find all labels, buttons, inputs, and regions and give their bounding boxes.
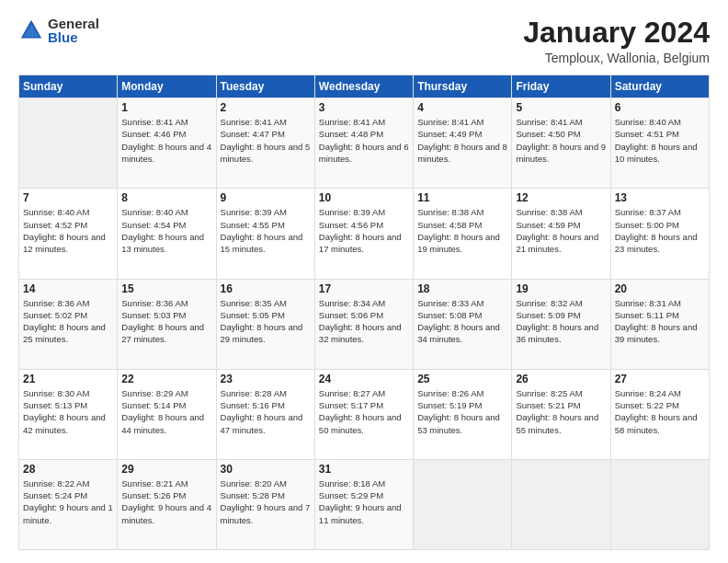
day-cell: 25Sunrise: 8:26 AMSunset: 5:19 PMDayligh… bbox=[414, 369, 512, 459]
day-number: 18 bbox=[417, 282, 507, 295]
day-number: 16 bbox=[221, 282, 311, 295]
day-number: 31 bbox=[319, 463, 409, 476]
header-day-wednesday: Wednesday bbox=[314, 75, 413, 98]
day-number: 19 bbox=[516, 282, 606, 295]
day-info: Sunrise: 8:37 AMSunset: 5:00 PMDaylight:… bbox=[615, 206, 705, 255]
header-row: SundayMondayTuesdayWednesdayThursdayFrid… bbox=[19, 75, 710, 98]
day-info: Sunrise: 8:38 AMSunset: 4:59 PMDaylight:… bbox=[516, 206, 606, 255]
calendar-table: SundayMondayTuesdayWednesdayThursdayFrid… bbox=[18, 75, 710, 550]
day-cell: 23Sunrise: 8:28 AMSunset: 5:16 PMDayligh… bbox=[216, 369, 314, 459]
logo-icon bbox=[18, 17, 44, 43]
day-number: 20 bbox=[615, 282, 705, 295]
day-cell: 8Sunrise: 8:40 AMSunset: 4:54 PMDaylight… bbox=[118, 189, 216, 279]
day-info: Sunrise: 8:41 AMSunset: 4:46 PMDaylight:… bbox=[121, 116, 211, 165]
header: General Blue January 2024 Temploux, Wall… bbox=[18, 17, 710, 65]
day-info: Sunrise: 8:40 AMSunset: 4:54 PMDaylight:… bbox=[121, 206, 211, 255]
day-number: 13 bbox=[615, 191, 705, 204]
day-number: 15 bbox=[121, 282, 211, 295]
day-info: Sunrise: 8:26 AMSunset: 5:19 PMDaylight:… bbox=[417, 387, 507, 436]
header-day-saturday: Saturday bbox=[610, 75, 709, 98]
day-info: Sunrise: 8:39 AMSunset: 4:56 PMDaylight:… bbox=[319, 206, 409, 255]
day-info: Sunrise: 8:36 AMSunset: 5:03 PMDaylight:… bbox=[121, 297, 211, 346]
day-cell: 4Sunrise: 8:41 AMSunset: 4:49 PMDaylight… bbox=[414, 98, 512, 189]
day-cell: 28Sunrise: 8:22 AMSunset: 5:24 PMDayligh… bbox=[19, 459, 118, 549]
day-number: 12 bbox=[516, 191, 606, 204]
day-cell: 2Sunrise: 8:41 AMSunset: 4:47 PMDaylight… bbox=[216, 98, 314, 189]
day-cell: 3Sunrise: 8:41 AMSunset: 4:48 PMDaylight… bbox=[314, 98, 413, 189]
day-number: 22 bbox=[121, 373, 211, 385]
day-number: 6 bbox=[615, 101, 705, 114]
day-info: Sunrise: 8:20 AMSunset: 5:28 PMDaylight:… bbox=[221, 477, 311, 526]
day-info: Sunrise: 8:29 AMSunset: 5:14 PMDaylight:… bbox=[121, 387, 211, 436]
day-cell: 29Sunrise: 8:21 AMSunset: 5:26 PMDayligh… bbox=[118, 459, 216, 549]
day-cell: 26Sunrise: 8:25 AMSunset: 5:21 PMDayligh… bbox=[512, 369, 610, 459]
day-number: 2 bbox=[221, 101, 311, 114]
day-number: 3 bbox=[319, 101, 409, 114]
day-info: Sunrise: 8:27 AMSunset: 5:17 PMDaylight:… bbox=[319, 387, 409, 436]
day-number: 1 bbox=[121, 101, 211, 114]
day-info: Sunrise: 8:38 AMSunset: 4:58 PMDaylight:… bbox=[417, 206, 507, 255]
day-number: 14 bbox=[23, 282, 113, 295]
day-cell: 27Sunrise: 8:24 AMSunset: 5:22 PMDayligh… bbox=[610, 369, 709, 459]
logo-blue: Blue bbox=[48, 30, 99, 44]
header-day-sunday: Sunday bbox=[19, 75, 118, 98]
header-day-thursday: Thursday bbox=[414, 75, 512, 98]
day-info: Sunrise: 8:33 AMSunset: 5:08 PMDaylight:… bbox=[417, 297, 507, 346]
day-number: 28 bbox=[23, 463, 113, 476]
day-number: 11 bbox=[417, 191, 507, 204]
logo-general: General bbox=[48, 17, 99, 30]
week-row-1: 1Sunrise: 8:41 AMSunset: 4:46 PMDaylight… bbox=[19, 98, 710, 189]
day-cell bbox=[512, 459, 610, 549]
day-info: Sunrise: 8:40 AMSunset: 4:51 PMDaylight:… bbox=[615, 116, 705, 165]
header-day-tuesday: Tuesday bbox=[216, 75, 314, 98]
week-row-3: 14Sunrise: 8:36 AMSunset: 5:02 PMDayligh… bbox=[19, 279, 710, 369]
day-info: Sunrise: 8:41 AMSunset: 4:48 PMDaylight:… bbox=[319, 116, 409, 165]
day-info: Sunrise: 8:25 AMSunset: 5:21 PMDaylight:… bbox=[516, 387, 606, 436]
header-day-monday: Monday bbox=[118, 75, 216, 98]
day-info: Sunrise: 8:41 AMSunset: 4:50 PMDaylight:… bbox=[516, 116, 606, 165]
day-cell: 12Sunrise: 8:38 AMSunset: 4:59 PMDayligh… bbox=[512, 189, 610, 279]
calendar-header: SundayMondayTuesdayWednesdayThursdayFrid… bbox=[19, 75, 710, 98]
logo: General Blue bbox=[18, 17, 99, 44]
day-cell: 11Sunrise: 8:38 AMSunset: 4:58 PMDayligh… bbox=[414, 189, 512, 279]
week-row-5: 28Sunrise: 8:22 AMSunset: 5:24 PMDayligh… bbox=[19, 459, 710, 549]
day-info: Sunrise: 8:32 AMSunset: 5:09 PMDaylight:… bbox=[516, 297, 606, 346]
day-number: 30 bbox=[221, 463, 311, 476]
day-info: Sunrise: 8:41 AMSunset: 4:49 PMDaylight:… bbox=[417, 116, 507, 165]
header-day-friday: Friday bbox=[512, 75, 610, 98]
day-info: Sunrise: 8:28 AMSunset: 5:16 PMDaylight:… bbox=[221, 387, 311, 436]
day-number: 5 bbox=[516, 101, 606, 114]
location: Temploux, Wallonia, Belgium bbox=[523, 51, 710, 65]
calendar-body: 1Sunrise: 8:41 AMSunset: 4:46 PMDaylight… bbox=[19, 98, 710, 550]
day-info: Sunrise: 8:35 AMSunset: 5:05 PMDaylight:… bbox=[221, 297, 311, 346]
day-number: 27 bbox=[615, 373, 705, 385]
week-row-2: 7Sunrise: 8:40 AMSunset: 4:52 PMDaylight… bbox=[19, 189, 710, 279]
title-area: January 2024 Temploux, Wallonia, Belgium bbox=[523, 17, 710, 65]
day-cell: 22Sunrise: 8:29 AMSunset: 5:14 PMDayligh… bbox=[118, 369, 216, 459]
day-info: Sunrise: 8:18 AMSunset: 5:29 PMDaylight:… bbox=[319, 477, 409, 526]
day-cell: 6Sunrise: 8:40 AMSunset: 4:51 PMDaylight… bbox=[610, 98, 709, 189]
day-info: Sunrise: 8:34 AMSunset: 5:06 PMDaylight:… bbox=[319, 297, 409, 346]
day-cell bbox=[610, 459, 709, 549]
day-cell: 14Sunrise: 8:36 AMSunset: 5:02 PMDayligh… bbox=[19, 279, 118, 369]
day-number: 4 bbox=[417, 101, 507, 114]
day-cell bbox=[19, 98, 118, 189]
day-info: Sunrise: 8:24 AMSunset: 5:22 PMDaylight:… bbox=[615, 387, 705, 436]
day-number: 23 bbox=[221, 373, 311, 385]
day-cell bbox=[414, 459, 512, 549]
page: General Blue January 2024 Temploux, Wall… bbox=[0, 0, 728, 563]
day-info: Sunrise: 8:40 AMSunset: 4:52 PMDaylight:… bbox=[23, 206, 113, 255]
day-number: 26 bbox=[516, 373, 606, 385]
month-year: January 2024 bbox=[523, 17, 710, 49]
day-cell: 15Sunrise: 8:36 AMSunset: 5:03 PMDayligh… bbox=[118, 279, 216, 369]
day-cell: 20Sunrise: 8:31 AMSunset: 5:11 PMDayligh… bbox=[610, 279, 709, 369]
day-cell: 13Sunrise: 8:37 AMSunset: 5:00 PMDayligh… bbox=[610, 189, 709, 279]
day-cell: 17Sunrise: 8:34 AMSunset: 5:06 PMDayligh… bbox=[314, 279, 413, 369]
day-info: Sunrise: 8:36 AMSunset: 5:02 PMDaylight:… bbox=[23, 297, 113, 346]
week-row-4: 21Sunrise: 8:30 AMSunset: 5:13 PMDayligh… bbox=[19, 369, 710, 459]
day-number: 29 bbox=[121, 463, 211, 476]
day-number: 7 bbox=[23, 191, 113, 204]
day-info: Sunrise: 8:21 AMSunset: 5:26 PMDaylight:… bbox=[121, 477, 211, 526]
day-info: Sunrise: 8:22 AMSunset: 5:24 PMDaylight:… bbox=[23, 477, 113, 526]
day-cell: 1Sunrise: 8:41 AMSunset: 4:46 PMDaylight… bbox=[118, 98, 216, 189]
